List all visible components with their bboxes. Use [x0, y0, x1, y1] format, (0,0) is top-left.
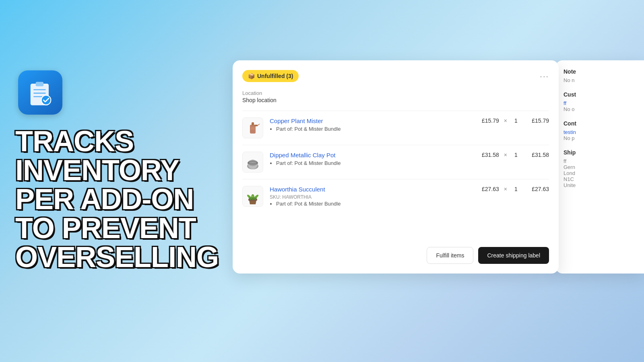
item-name-2[interactable]: Dipped Metallic Clay Pot: [270, 152, 475, 158]
fulfill-items-button[interactable]: Fulfill items: [427, 247, 473, 264]
item-price-unit-3: £27.63: [475, 186, 499, 192]
item-meta-2: Part of: Pot & Mister Bundle: [270, 160, 475, 166]
order-item-2: Dipped Metallic Clay Pot Part of: Pot & …: [242, 145, 549, 179]
item-price-unit-2: £31.58: [475, 152, 499, 158]
item-details-2: Dipped Metallic Clay Pot Part of: Pot & …: [270, 152, 475, 166]
hero-line-4: TO PREVENT: [15, 214, 225, 243]
quantity-symbol-2: ×: [504, 152, 507, 158]
shipping-line2: Gern: [564, 164, 644, 170]
badge-icon: 📦: [248, 73, 255, 79]
item-image-3: [242, 186, 263, 207]
notes-section: Note No n: [564, 68, 644, 83]
notes-value: No n: [564, 77, 644, 83]
shipping-line4: N1C: [564, 176, 644, 182]
notes-title: Note: [564, 68, 644, 75]
item-name-3[interactable]: Haworthia Succulent: [270, 186, 475, 193]
hero-text: TRACKS INVENTORY PER ADD-ON TO PREVENT O…: [15, 127, 225, 272]
item-pricing-1: £15.79 × 1 £15.79: [475, 117, 549, 124]
customer-link[interactable]: ff: [564, 100, 644, 106]
item-qty-3: 1: [512, 186, 520, 192]
item-price-total-2: £31.58: [525, 152, 549, 158]
customer-title: Cust: [564, 91, 644, 98]
hero-line-2: INVENTORY: [15, 156, 225, 185]
unfulfilled-badge: 📦 Unfulfilled (3): [242, 70, 299, 82]
order-item-3: Haworthia Succulent SKU: HAWORTHIA Part …: [242, 179, 549, 213]
app-icon: [18, 70, 62, 115]
order-item-1: Copper Plant Mister Part of: Pot & Miste…: [242, 111, 549, 145]
contact-note: No p: [564, 135, 644, 141]
item-sku-3: SKU: HAWORTHIA: [270, 194, 475, 200]
shipping-line3: Lond: [564, 170, 644, 176]
location-label: Location: [242, 90, 549, 96]
create-shipping-label-button[interactable]: Create shipping label: [478, 247, 549, 264]
svg-line-8: [258, 124, 260, 125]
more-options-button[interactable]: ···: [540, 72, 549, 81]
copper-mister-icon: [246, 119, 260, 137]
item-price-total-3: £27.63: [525, 186, 549, 192]
contact-link[interactable]: testin: [564, 129, 644, 135]
hero-line-5: OVERSELLING: [15, 243, 225, 272]
svg-point-20: [252, 195, 254, 197]
hero-line-3: PER ADD-ON: [15, 185, 225, 214]
item-meta-3: Part of: Pot & Mister Bundle: [270, 201, 475, 207]
order-card: 📦 Unfulfilled (3) ··· Location Shop loca…: [233, 60, 559, 274]
item-pricing-2: £31.58 × 1 £31.58: [475, 152, 549, 158]
customer-note: No o: [564, 106, 644, 112]
contact-section: Cont testin No p: [564, 120, 644, 141]
item-meta-1: Part of: Pot & Mister Bundle: [270, 126, 475, 132]
svg-rect-9: [252, 122, 254, 125]
item-details-3: Haworthia Succulent SKU: HAWORTHIA Part …: [270, 186, 475, 207]
customer-section: Cust ff No o: [564, 91, 644, 112]
item-details-1: Copper Plant Mister Part of: Pot & Miste…: [270, 117, 475, 132]
svg-rect-1: [36, 82, 43, 86]
location-section: Location Shop location: [242, 90, 549, 103]
item-price-unit-1: £15.79: [475, 117, 499, 124]
item-image-1: [242, 117, 263, 138]
location-value: Shop location: [242, 97, 549, 103]
shipping-title: Ship: [564, 149, 644, 156]
succulent-icon: [244, 187, 261, 205]
item-image-2: [242, 152, 263, 173]
contact-title: Cont: [564, 120, 644, 127]
badge-label: Unfulfilled (3): [257, 73, 293, 79]
shipping-section: Ship ff Gern Lond N1C Unite: [564, 149, 644, 188]
shipping-line5: Unite: [564, 182, 644, 188]
item-price-total-1: £15.79: [525, 117, 549, 124]
card-footer: Fulfill items Create shipping label: [427, 247, 549, 264]
item-name-1[interactable]: Copper Plant Mister: [270, 117, 475, 124]
hero-line-1: TRACKS: [15, 127, 225, 156]
card-header: 📦 Unfulfilled (3) ···: [242, 70, 549, 82]
clay-pot-icon: [245, 154, 261, 170]
item-qty-2: 1: [512, 152, 520, 158]
svg-rect-10: [251, 127, 255, 130]
svg-point-5: [41, 95, 51, 105]
svg-rect-7: [254, 125, 258, 126]
quantity-symbol-3: ×: [504, 186, 507, 192]
clipboard-icon: [26, 78, 54, 107]
shipping-line1: ff: [564, 158, 644, 164]
right-panel: Note No n Cust ff No o Cont testin No p …: [555, 60, 644, 274]
item-pricing-3: £27.63 × 1 £27.63: [475, 186, 549, 192]
item-qty-1: 1: [512, 117, 520, 124]
quantity-symbol-1: ×: [504, 117, 507, 124]
